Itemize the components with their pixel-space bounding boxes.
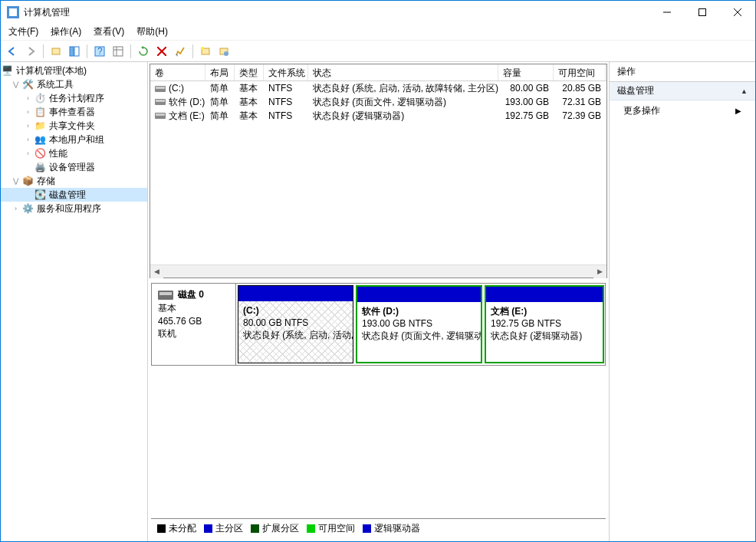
tree-services-apps[interactable]: › ⚙️ 服务和应用程序 — [1, 202, 147, 215]
tree-pane: 🖥️ 计算机管理(本地) ⋁ 🛠️ 系统工具 ›⏱️任务计划程序 ›📋事件查看器 — [1, 62, 148, 541]
expand-icon[interactable]: › — [24, 94, 32, 103]
volume-icon — [155, 86, 166, 92]
disk-icon: 💽 — [34, 189, 46, 201]
col-free[interactable]: 可用空间 — [554, 64, 606, 80]
delete-button[interactable] — [153, 43, 170, 60]
partition-c[interactable]: (C:) 80.00 GB NTFS 状态良好 (系统, 启动, 活动, 故障转… — [238, 285, 353, 363]
actions-header: 操作 — [610, 62, 755, 82]
settings-button[interactable] — [215, 43, 232, 60]
tree-task-scheduler[interactable]: ›⏱️任务计划程序 — [1, 91, 147, 105]
col-status[interactable]: 状态 — [308, 64, 498, 80]
horizontal-scrollbar[interactable]: ◀ ▶ — [150, 264, 606, 278]
svg-point-17 — [224, 51, 228, 56]
tree-disk-management[interactable]: ›💽磁盘管理 — [1, 188, 147, 202]
computer-icon: 🖥️ — [1, 64, 13, 77]
svg-rect-4 — [52, 48, 60, 54]
tree-event-viewer[interactable]: ›📋事件查看器 — [1, 105, 147, 119]
tree-storage[interactable]: ⋁ 📦 存储 — [1, 174, 147, 188]
expand-icon[interactable]: › — [24, 122, 32, 130]
svg-text:?: ? — [97, 46, 103, 57]
svg-rect-5 — [70, 47, 74, 56]
window-title: 计算机管理 — [24, 6, 649, 19]
table-row[interactable]: 文档 (E:)简单基本NTFS状态良好 (逻辑驱动器)192.75 GB72.3… — [150, 109, 606, 123]
content-pane: 卷 布局 类型 文件系统 状态 容量 可用空间 (C:)简单基本NTFS状态良好… — [148, 62, 610, 541]
minimize-button[interactable] — [649, 1, 685, 24]
properties-button[interactable] — [172, 43, 189, 60]
disk-label: 磁盘 0 — [178, 288, 204, 301]
disk-info[interactable]: 磁盘 0 基本 465.76 GB 联机 — [152, 284, 236, 365]
disk-row[interactable]: 磁盘 0 基本 465.76 GB 联机 (C:) 80.00 GB NTFS … — [151, 283, 606, 366]
disk-graphical-view: 磁盘 0 基本 465.76 GB 联机 (C:) 80.00 GB NTFS … — [150, 281, 607, 540]
volume-icon — [155, 113, 166, 119]
maximize-button[interactable] — [685, 1, 720, 24]
volume-icon — [155, 99, 166, 105]
tree-local-users[interactable]: ›👥本地用户和组 — [1, 133, 147, 146]
col-type[interactable]: 类型 — [235, 64, 264, 80]
legend-unallocated: 未分配 — [157, 522, 196, 535]
actions-more[interactable]: 更多操作 ▶ — [610, 100, 755, 121]
svg-rect-6 — [74, 47, 79, 56]
legend: 未分配 主分区 扩展分区 可用空间 逻辑驱动器 — [151, 518, 606, 538]
table-row[interactable]: 软件 (D:)简单基本NTFS状态良好 (页面文件, 逻辑驱动器)193.00 … — [150, 95, 606, 109]
up-button[interactable] — [48, 43, 64, 60]
event-icon: 📋 — [34, 106, 46, 118]
scroll-right-icon[interactable]: ▶ — [593, 265, 606, 278]
tree-root[interactable]: 🖥️ 计算机管理(本地) — [1, 64, 147, 77]
tools-icon: 🛠️ — [21, 78, 34, 90]
tree-shared-folders[interactable]: ›📁共享文件夹 — [1, 119, 147, 133]
menu-view[interactable]: 查看(V) — [89, 24, 129, 40]
users-icon: 👥 — [34, 133, 46, 146]
expand-icon[interactable]: › — [24, 108, 32, 117]
partition-d[interactable]: 软件 (D:) 193.00 GB NTFS 状态良好 (页面文件, 逻辑驱动器… — [356, 285, 482, 363]
view-button[interactable] — [110, 43, 127, 60]
svg-point-15 — [201, 47, 204, 50]
volume-list: 卷 布局 类型 文件系统 状态 容量 可用空间 (C:)简单基本NTFS状态良好… — [150, 64, 607, 278]
clock-icon: ⏱️ — [34, 92, 46, 104]
table-row[interactable]: (C:)简单基本NTFS状态良好 (系统, 启动, 活动, 故障转储, 主分区)… — [150, 81, 606, 95]
menu-help[interactable]: 帮助(H) — [132, 24, 173, 40]
collapse-icon[interactable]: ▲ — [741, 87, 748, 95]
device-icon: 🖨️ — [34, 161, 46, 173]
partition-e[interactable]: 文档 (E:) 192.75 GB NTFS 状态良好 (逻辑驱动器) — [485, 285, 604, 363]
storage-icon: 📦 — [21, 175, 34, 187]
expand-icon[interactable]: › — [24, 149, 32, 158]
back-button[interactable] — [4, 43, 21, 60]
show-hide-button[interactable] — [66, 43, 83, 60]
partitions: (C:) 80.00 GB NTFS 状态良好 (系统, 启动, 活动, 故障转… — [236, 284, 605, 365]
col-capacity[interactable]: 容量 — [498, 64, 554, 80]
col-layout[interactable]: 布局 — [205, 64, 235, 80]
expand-icon[interactable]: › — [24, 136, 32, 144]
main-content: 🖥️ 计算机管理(本地) ⋁ 🛠️ 系统工具 ›⏱️任务计划程序 ›📋事件查看器 — [1, 62, 755, 541]
expand-icon[interactable]: › — [12, 205, 20, 213]
volume-list-header: 卷 布局 类型 文件系统 状态 容量 可用空间 — [150, 64, 606, 81]
help-button[interactable]: ? — [91, 43, 108, 60]
close-button[interactable] — [720, 1, 755, 24]
collapse-icon[interactable]: ⋁ — [12, 80, 20, 89]
volume-list-body[interactable]: (C:)简单基本NTFS状态良好 (系统, 启动, 活动, 故障转储, 主分区)… — [150, 81, 606, 264]
forward-button[interactable] — [22, 43, 39, 60]
toolbar: ? — [1, 41, 755, 62]
tree-performance[interactable]: ›🚫性能 — [1, 146, 147, 160]
disk-status: 联机 — [158, 327, 229, 340]
tree-system-tools[interactable]: ⋁ 🛠️ 系统工具 — [1, 77, 147, 91]
col-filesystem[interactable]: 文件系统 — [264, 64, 308, 80]
collapse-icon[interactable]: ⋁ — [12, 177, 20, 186]
actions-pane: 操作 磁盘管理 ▲ 更多操作 ▶ — [610, 62, 755, 541]
tree-device-manager[interactable]: ›🖨️设备管理器 — [1, 160, 147, 174]
refresh-button[interactable] — [135, 43, 152, 60]
svg-rect-1 — [699, 9, 706, 16]
arrow-right-icon: ▶ — [735, 107, 741, 115]
performance-icon: 🚫 — [34, 147, 46, 159]
folder-icon: 📁 — [34, 120, 46, 132]
svg-rect-9 — [113, 47, 123, 56]
actions-section[interactable]: 磁盘管理 ▲ — [610, 82, 755, 100]
col-volume[interactable]: 卷 — [150, 64, 205, 80]
legend-extended: 扩展分区 — [251, 522, 299, 535]
new-button[interactable] — [197, 43, 214, 60]
menu-action[interactable]: 操作(A) — [46, 24, 86, 40]
scroll-left-icon[interactable]: ◀ — [150, 265, 163, 278]
title-bar: 计算机管理 — [1, 1, 755, 24]
menu-file[interactable]: 文件(F) — [4, 24, 43, 40]
legend-free: 可用空间 — [307, 522, 355, 535]
app-icon — [7, 6, 19, 18]
